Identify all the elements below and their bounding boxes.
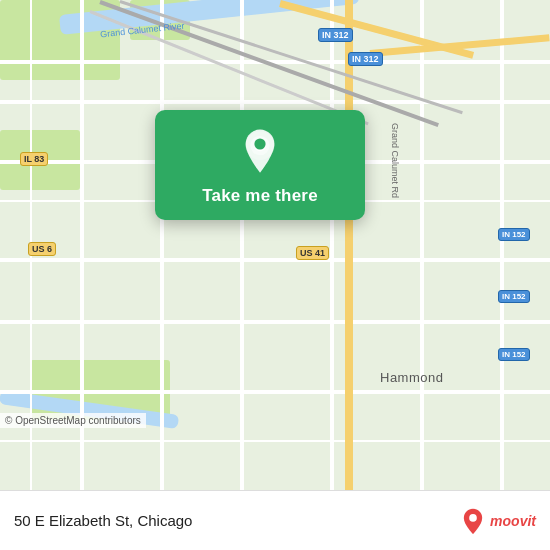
road-v4 <box>330 0 334 490</box>
route-in312b: IN 312 <box>348 52 383 66</box>
city-label: Hammond <box>380 370 443 385</box>
route-in152c: IN 152 <box>498 348 530 361</box>
route-in312a: IN 312 <box>318 28 353 42</box>
svg-point-4 <box>469 514 477 522</box>
attribution-text: © OpenStreetMap contributors <box>0 413 146 428</box>
bottom-bar: 50 E Elizabeth St, Chicago moovit <box>0 490 550 550</box>
location-pin-icon <box>236 128 284 176</box>
road-v5 <box>420 0 424 490</box>
popup-card: Take me there <box>155 110 365 220</box>
moovit-text: moovit <box>490 513 536 529</box>
route-in152a: IN 152 <box>498 228 530 241</box>
route-il83: IL 83 <box>20 152 48 166</box>
route-us41: US 41 <box>296 246 329 260</box>
road-v6 <box>500 0 504 490</box>
moovit-pin-icon <box>460 508 486 534</box>
svg-point-3 <box>254 138 265 149</box>
route-us6: US 6 <box>28 242 56 256</box>
map-container: Grand Calumet Rd Grand Calumet River Ham… <box>0 0 550 490</box>
route-in152b: IN 152 <box>498 290 530 303</box>
take-me-there-button[interactable]: Take me there <box>202 186 318 206</box>
address-text: 50 E Elizabeth St, Chicago <box>14 512 450 529</box>
railroad2 <box>120 0 463 114</box>
moovit-logo: moovit <box>460 508 536 534</box>
grand-calumet-label: Grand Calumet Rd <box>390 123 400 198</box>
road-v2 <box>160 0 164 490</box>
